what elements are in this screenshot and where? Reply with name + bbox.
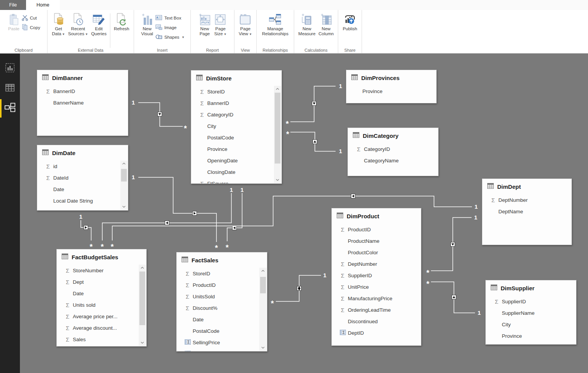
- field-row[interactable]: ΣStoreID: [191, 86, 282, 97]
- vertical-scrollbar[interactable]: [274, 86, 281, 183]
- field-row[interactable]: ΣBannerID: [37, 85, 128, 97]
- scroll-down-icon[interactable]: [259, 345, 267, 351]
- table-card-DimProvinces[interactable]: DimProvincesProvince: [346, 70, 437, 103]
- edit-queries-button[interactable]: EditQueries: [90, 12, 108, 53]
- new-measure-button[interactable]: NewMeasure: [297, 12, 317, 53]
- table-card-DimSupplier[interactable]: DimSupplierΣSupplierIDSupplierNameCityPr…: [485, 280, 577, 345]
- new-column-button[interactable]: NewColumn: [318, 12, 335, 53]
- relationship-DimDate-FactSales[interactable]: 1*: [132, 174, 218, 252]
- table-card-header[interactable]: DimDate: [37, 145, 128, 160]
- table-card-header[interactable]: DimProvinces: [346, 70, 436, 85]
- field-row[interactable]: City: [191, 120, 282, 132]
- tab-home[interactable]: Home: [26, 0, 60, 10]
- field-row[interactable]: ClosingDate: [191, 166, 282, 178]
- relationship-DimStore-FactSales[interactable]: 1*: [226, 186, 244, 252]
- table-card-header[interactable]: DimBanner: [37, 70, 128, 85]
- field-row[interactable]: ΣBannerID: [191, 97, 282, 109]
- field-row[interactable]: ΣYear: [37, 206, 128, 210]
- scroll-up-icon[interactable]: [139, 265, 146, 271]
- new-page-button[interactable]: NewPage: [197, 12, 212, 53]
- table-card-DimBanner[interactable]: DimBannerΣBannerIDBannerName: [37, 70, 128, 136]
- field-row[interactable]: ΣStoreNumber: [57, 265, 146, 276]
- field-row[interactable]: Σid: [37, 160, 128, 172]
- field-row[interactable]: PostalCode: [191, 132, 282, 143]
- field-row[interactable]: Province: [346, 85, 436, 97]
- page-view-button[interactable]: PageView▼: [237, 12, 253, 53]
- relationship-DimProduct-DimSupplier[interactable]: 1*: [426, 280, 481, 316]
- tab-file[interactable]: File: [0, 0, 26, 10]
- field-row[interactable]: ΣDateId: [37, 172, 128, 183]
- scroll-up-icon[interactable]: [259, 268, 267, 274]
- field-row[interactable]: ProductName: [332, 235, 421, 247]
- new-visual-button[interactable]: NewVisual: [140, 12, 154, 53]
- table-card-header[interactable]: DimDept: [482, 179, 572, 194]
- manage-relationships-button[interactable]: ManageRelationships: [261, 12, 290, 53]
- field-row[interactable]: Province: [191, 143, 282, 155]
- field-row[interactable]: ΣProductID: [177, 279, 267, 291]
- field-row[interactable]: ΣAverage discount...: [57, 322, 146, 334]
- field-row[interactable]: ΣUnits sold: [57, 299, 146, 311]
- field-row[interactable]: BannerName: [37, 97, 128, 108]
- table-card-header[interactable]: DimProduct: [332, 208, 421, 224]
- relationship-line[interactable]: [81, 220, 91, 240]
- sidebar-item-data-view[interactable]: [0, 79, 20, 98]
- vertical-scrollbar[interactable]: [259, 268, 267, 351]
- copy-button[interactable]: Copy: [21, 24, 40, 31]
- shapes-button[interactable]: Shapes▼: [155, 33, 185, 41]
- vertical-scrollbar[interactable]: [139, 265, 146, 346]
- table-card-DimProduct[interactable]: DimProductΣProductIDProductNameProductCo…: [331, 208, 421, 346]
- field-row[interactable]: Date: [37, 183, 128, 195]
- field-row[interactable]: ΣUnitsSold: [177, 291, 267, 302]
- scrollbar-thumb[interactable]: [139, 272, 145, 325]
- relationship-DimCategory-DimStore[interactable]: 1*: [286, 130, 342, 154]
- field-row[interactable]: Σ: [177, 348, 267, 351]
- sidebar-item-relationships-view[interactable]: [0, 98, 20, 118]
- field-row[interactable]: ΣCategoryID: [191, 109, 282, 120]
- field-row[interactable]: Province: [486, 330, 576, 342]
- field-row[interactable]: CategoryName: [348, 155, 438, 166]
- field-row[interactable]: ΣDiscount%: [177, 302, 267, 314]
- field-row[interactable]: ΣDeptNumber: [332, 258, 421, 270]
- field-row[interactable]: ΣDeptID: [332, 327, 421, 339]
- field-row[interactable]: City: [486, 319, 576, 330]
- table-card-FactSales[interactable]: FactSalesΣStoreIDΣProductIDΣUnitsSoldΣDi…: [176, 252, 267, 352]
- field-row[interactable]: ΣManufacturingPrice: [332, 293, 421, 304]
- relationship-DimBanner-DimStore[interactable]: 1*: [132, 99, 187, 133]
- scroll-up-icon[interactable]: [120, 160, 128, 167]
- relationship-DimDept-DimProduct[interactable]: 1*: [426, 214, 477, 277]
- table-card-header[interactable]: DimSupplier: [486, 280, 576, 296]
- table-card-header[interactable]: DimCategory: [348, 128, 438, 143]
- vertical-scrollbar[interactable]: [120, 160, 128, 210]
- field-row[interactable]: ΣProductID: [332, 224, 421, 235]
- scroll-down-icon[interactable]: [139, 340, 146, 346]
- table-card-header[interactable]: FactSales: [177, 252, 267, 268]
- field-row[interactable]: ΣSupplierID: [332, 270, 421, 281]
- sidebar-item-report-view[interactable]: [0, 59, 20, 79]
- relationship-FactSales-DimProduct[interactable]: 1*: [271, 272, 326, 308]
- field-row[interactable]: ΣUnitPrice: [332, 281, 421, 293]
- field-row[interactable]: ΣStoreID: [177, 268, 267, 279]
- scroll-down-icon[interactable]: [274, 177, 281, 183]
- field-row[interactable]: Discontinued: [332, 316, 421, 327]
- relationship-DimDate-FactBudgetSales[interactable]: 1*: [79, 213, 93, 251]
- field-row[interactable]: ProductColor: [332, 247, 421, 258]
- field-row[interactable]: Local Date String: [37, 195, 128, 206]
- scroll-up-icon[interactable]: [274, 86, 281, 92]
- table-card-DimDept[interactable]: DimDeptΣDeptNumberDeptName: [482, 178, 572, 245]
- table-card-header[interactable]: FactBudgetSales: [57, 249, 146, 265]
- scroll-down-icon[interactable]: [120, 204, 128, 210]
- scrollbar-thumb[interactable]: [121, 169, 127, 182]
- table-card-header[interactable]: DimStore: [191, 70, 282, 86]
- refresh-button[interactable]: Refresh: [113, 12, 130, 53]
- relationship-line[interactable]: [138, 177, 216, 242]
- image-button[interactable]: Image: [155, 24, 185, 31]
- paste-button[interactable]: Paste: [7, 12, 21, 53]
- field-row[interactable]: Date: [57, 288, 146, 299]
- field-row[interactable]: OpeningDate: [191, 155, 282, 166]
- field-row[interactable]: ΣOrderingLeadTime: [332, 304, 421, 316]
- get-data-button[interactable]: GetData▼: [51, 12, 66, 53]
- field-row[interactable]: ΣSellingPrice: [177, 337, 267, 348]
- field-row[interactable]: PostalCode: [177, 325, 267, 337]
- scrollbar-thumb[interactable]: [260, 277, 266, 293]
- relationships-canvas[interactable]: 1*1*1*1*1*1*1*1*1*1*1*DimBannerΣBannerID…: [20, 54, 588, 373]
